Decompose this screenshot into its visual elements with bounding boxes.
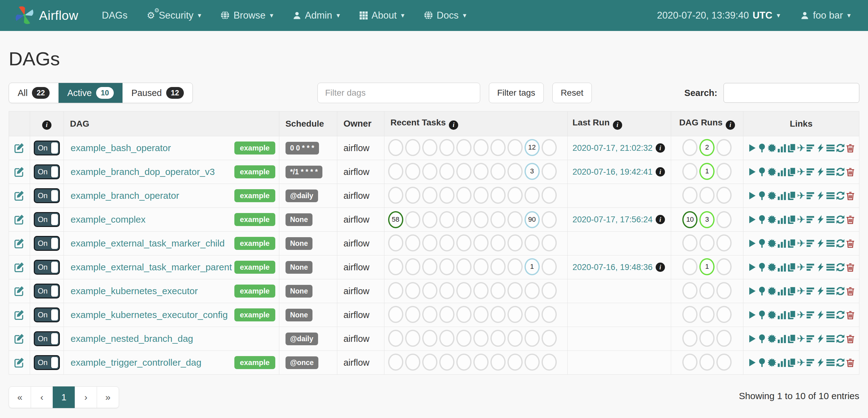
landing-times-icon[interactable]: ✈ bbox=[797, 214, 805, 225]
page-button[interactable]: « bbox=[9, 386, 31, 408]
nav-item-docs[interactable]: Docs▾ bbox=[424, 10, 467, 21]
task-state-circle-empty[interactable] bbox=[716, 354, 732, 371]
dag-name-link[interactable]: example_bash_operator bbox=[68, 143, 171, 153]
log-list-icon[interactable] bbox=[826, 358, 835, 368]
gantt-view-icon[interactable] bbox=[806, 310, 815, 320]
task-tries-icon[interactable] bbox=[787, 262, 796, 273]
refresh-dag-icon[interactable] bbox=[836, 143, 845, 153]
task-state-circle-empty[interactable] bbox=[473, 187, 489, 204]
edit-dag-icon[interactable] bbox=[14, 214, 25, 225]
page-button[interactable]: » bbox=[97, 386, 119, 408]
task-state-circle-empty[interactable] bbox=[507, 330, 523, 347]
task-state-circle[interactable]: 1 bbox=[700, 258, 715, 275]
landing-times-icon[interactable]: ✈ bbox=[797, 309, 805, 321]
dag-on-off-toggle[interactable]: On bbox=[34, 284, 60, 299]
task-state-circle-empty[interactable] bbox=[700, 306, 715, 323]
task-state-circle-empty[interactable] bbox=[473, 211, 489, 228]
task-duration-icon[interactable] bbox=[777, 286, 786, 297]
page-button[interactable]: › bbox=[75, 386, 97, 408]
log-list-icon[interactable] bbox=[826, 167, 835, 177]
task-state-circle-empty[interactable] bbox=[473, 258, 489, 275]
task-state-circle-empty[interactable] bbox=[490, 187, 506, 204]
edit-dag-icon[interactable] bbox=[14, 190, 25, 202]
dag-name-link[interactable]: example_kubernetes_executor_config bbox=[68, 310, 228, 320]
task-state-circle-empty[interactable] bbox=[456, 234, 471, 251]
log-list-icon[interactable] bbox=[826, 191, 835, 201]
dag-tag-badge[interactable]: example bbox=[235, 308, 275, 321]
task-state-circle-empty[interactable] bbox=[525, 187, 540, 204]
code-view-icon[interactable] bbox=[816, 143, 825, 153]
last-run-link[interactable]: 2020-07-16, 19:48:36 bbox=[572, 263, 653, 272]
nav-item-admin[interactable]: Admin▾ bbox=[292, 10, 340, 21]
task-state-circle-empty[interactable] bbox=[422, 234, 437, 251]
task-state-circle-empty[interactable] bbox=[716, 234, 732, 251]
task-state-circle-empty[interactable] bbox=[541, 258, 557, 275]
dag-on-off-toggle[interactable]: On bbox=[34, 260, 60, 275]
task-state-circle-empty[interactable] bbox=[507, 139, 523, 156]
task-state-circle-empty[interactable] bbox=[507, 234, 523, 251]
delete-dag-icon[interactable] bbox=[846, 286, 855, 297]
task-state-circle-empty[interactable] bbox=[682, 234, 698, 251]
graph-view-icon[interactable] bbox=[767, 310, 777, 320]
task-state-circle-empty[interactable] bbox=[456, 306, 471, 323]
graph-view-icon[interactable] bbox=[767, 143, 777, 153]
task-state-circle-empty[interactable] bbox=[473, 282, 489, 299]
dag-tag-badge[interactable]: example bbox=[235, 284, 275, 298]
gantt-view-icon[interactable] bbox=[806, 215, 815, 225]
task-state-circle-empty[interactable] bbox=[473, 163, 489, 180]
gantt-view-icon[interactable] bbox=[806, 286, 815, 297]
task-state-circle-empty[interactable] bbox=[439, 330, 455, 347]
code-view-icon[interactable] bbox=[816, 262, 825, 273]
task-state-circle-empty[interactable] bbox=[405, 234, 421, 251]
task-state-circle-empty[interactable] bbox=[439, 354, 455, 371]
landing-times-icon[interactable]: ✈ bbox=[797, 142, 805, 154]
task-state-circle-empty[interactable] bbox=[405, 282, 421, 299]
task-state-circle-empty[interactable] bbox=[422, 258, 437, 275]
task-state-circle-empty[interactable] bbox=[682, 163, 698, 180]
task-state-circle-empty[interactable] bbox=[388, 258, 403, 275]
log-list-icon[interactable] bbox=[826, 334, 835, 344]
edit-dag-icon[interactable] bbox=[14, 166, 25, 178]
refresh-dag-icon[interactable] bbox=[836, 215, 845, 225]
trigger-dag-icon[interactable] bbox=[747, 191, 757, 201]
refresh-dag-icon[interactable] bbox=[836, 358, 845, 368]
task-duration-icon[interactable] bbox=[777, 167, 786, 177]
gantt-view-icon[interactable] bbox=[806, 143, 815, 153]
task-state-circle[interactable]: 2 bbox=[700, 139, 715, 156]
task-state-circle-empty[interactable] bbox=[456, 139, 471, 156]
delete-dag-icon[interactable] bbox=[846, 358, 855, 368]
task-duration-icon[interactable] bbox=[777, 334, 786, 344]
dag-on-off-toggle[interactable]: On bbox=[34, 236, 60, 251]
refresh-dag-icon[interactable] bbox=[836, 334, 845, 344]
task-state-circle-empty[interactable] bbox=[700, 354, 715, 371]
delete-dag-icon[interactable] bbox=[846, 310, 855, 320]
task-tries-icon[interactable] bbox=[787, 334, 796, 344]
task-state-circle-empty[interactable] bbox=[388, 234, 403, 251]
dag-name-link[interactable]: example_branch_operator bbox=[68, 190, 179, 201]
dag-name-link[interactable]: example_external_task_marker_child bbox=[68, 238, 225, 249]
dag-name-link[interactable]: example_complex bbox=[68, 214, 146, 225]
code-view-icon[interactable] bbox=[816, 358, 825, 368]
task-state-circle-empty[interactable] bbox=[473, 330, 489, 347]
task-state-circle-empty[interactable] bbox=[439, 139, 455, 156]
task-state-circle-empty[interactable] bbox=[490, 354, 506, 371]
tree-view-icon[interactable] bbox=[757, 334, 767, 344]
task-state-circle-empty[interactable] bbox=[525, 306, 540, 323]
dag-name-link[interactable]: example_trigger_controller_dag bbox=[68, 357, 202, 368]
task-state-circle[interactable]: 1 bbox=[525, 258, 540, 275]
task-state-circle-empty[interactable] bbox=[490, 282, 506, 299]
filter-tags-button[interactable]: Filter tags bbox=[489, 83, 544, 103]
task-state-circle-empty[interactable] bbox=[700, 234, 715, 251]
task-tries-icon[interactable] bbox=[787, 143, 796, 153]
dag-on-off-toggle[interactable]: On bbox=[34, 141, 60, 155]
task-state-circle-empty[interactable] bbox=[422, 211, 437, 228]
code-view-icon[interactable] bbox=[816, 310, 825, 320]
task-state-circle-empty[interactable] bbox=[716, 163, 732, 180]
log-list-icon[interactable] bbox=[826, 238, 835, 249]
log-list-icon[interactable] bbox=[826, 286, 835, 297]
landing-times-icon[interactable]: ✈ bbox=[797, 238, 805, 249]
task-state-circle-empty[interactable] bbox=[682, 282, 698, 299]
task-state-circle-empty[interactable] bbox=[422, 139, 437, 156]
graph-view-icon[interactable] bbox=[767, 358, 777, 368]
dag-tag-badge[interactable]: example bbox=[235, 356, 275, 369]
